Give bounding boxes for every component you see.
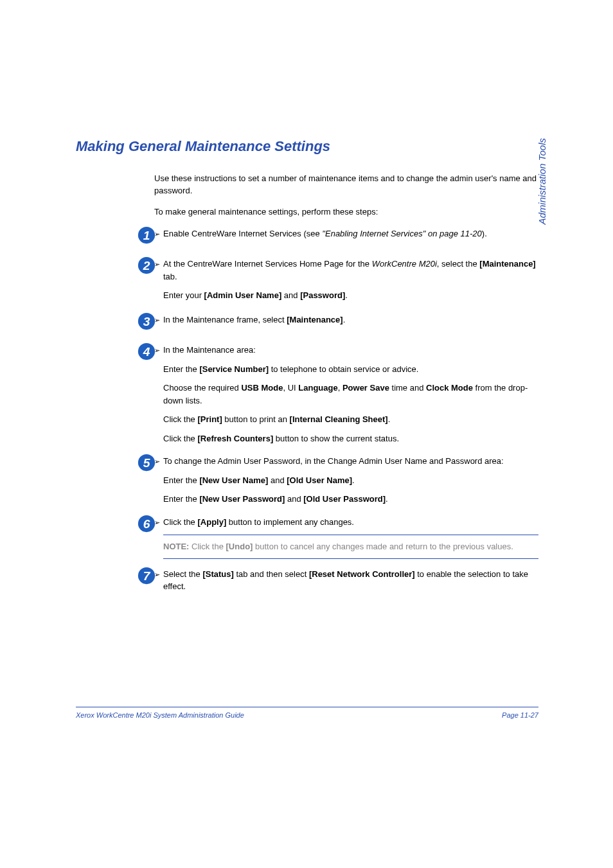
step-1-line: ➢ Enable CentreWare Internet Services (s…	[163, 227, 538, 240]
bullet-arrow-icon: ➢	[154, 456, 160, 467]
text: [Maintenance]	[479, 259, 535, 269]
text: [New User Password]	[199, 494, 285, 504]
text: Click the	[191, 542, 226, 551]
svg-text:2: 2	[143, 259, 150, 272]
text: Language	[298, 383, 337, 393]
text: [Old User Name]	[287, 475, 352, 485]
text: To change the Admin User Password, in th…	[163, 456, 504, 466]
bullet-arrow-icon: ➢	[154, 229, 160, 240]
step-number-1-icon: 1	[138, 226, 155, 244]
text: [Reset Network Controller]	[309, 569, 415, 579]
text: Enter the	[163, 364, 199, 374]
text: [Print]	[197, 414, 222, 424]
step-4-line-1: ➢ In the Maintenance area:	[163, 344, 538, 357]
text: tab and then select	[234, 569, 309, 579]
step-3-line: ➢ In the Maintenance frame, select [Main…	[163, 314, 538, 326]
step-4-line-2: Enter the [Service Number] to telephone …	[163, 363, 538, 376]
footer-doc-title: Xerox WorkCentre M20i System Administrat…	[76, 711, 244, 719]
step-number-5-icon: 5	[138, 454, 155, 472]
text: Choose the required	[163, 383, 241, 393]
step-number-2-icon: 2	[138, 256, 155, 274]
bullet-arrow-icon: ➢	[154, 259, 160, 270]
bullet-arrow-icon: ➢	[154, 315, 160, 326]
text: [Internal Cleaning Sheet]	[290, 414, 388, 424]
text: .	[352, 475, 355, 485]
step-5-line-1: ➢ To change the Admin User Password, in …	[163, 455, 538, 468]
text: WorkCentre M20i	[372, 259, 437, 269]
step-2-line-1: ➢ At the CentreWare Internet Services Ho…	[163, 258, 538, 283]
text: and	[285, 494, 303, 504]
text: button to implement any changes.	[226, 517, 354, 527]
text: .	[345, 290, 348, 300]
bullet-arrow-icon: ➢	[154, 517, 160, 528]
page-footer: Xerox WorkCentre M20i System Administrat…	[76, 707, 538, 719]
text: Click the	[163, 517, 197, 527]
text: At the CentreWare Internet Services Home…	[163, 259, 372, 269]
text: [Status]	[202, 569, 233, 579]
svg-text:3: 3	[143, 315, 150, 328]
text: .	[386, 494, 388, 504]
text: ).	[482, 229, 487, 238]
text: .	[388, 414, 391, 424]
text: ,	[338, 383, 342, 393]
step-number-7-icon: 7	[138, 567, 155, 585]
intro-paragraph-2: To make general maintenance settings, pe…	[154, 206, 538, 218]
text: Enter the	[163, 494, 199, 504]
text: [Undo]	[226, 542, 253, 551]
svg-text:6: 6	[143, 517, 150, 531]
text: , UI	[283, 383, 298, 393]
step-6-line-1: ➢ Click the [Apply] button to implement …	[163, 516, 538, 529]
reference-link[interactable]: "Enabling Internet Services" on page 11-…	[322, 229, 481, 238]
text: Click the	[163, 414, 197, 424]
page-content: Making General Maintenance Settings Use …	[76, 138, 538, 599]
text: and	[268, 475, 287, 485]
text: , select the	[437, 259, 479, 269]
text: [Refresh Counters]	[197, 434, 273, 443]
svg-text:4: 4	[143, 345, 150, 359]
text: Click the	[163, 434, 197, 443]
step-number-4-icon: 4	[138, 342, 155, 360]
step-number-6-icon: 6	[138, 515, 155, 533]
text: Enable CentreWare Internet Services (see	[163, 229, 322, 238]
svg-text:1: 1	[143, 229, 150, 242]
svg-text:5: 5	[143, 456, 150, 470]
text: tab.	[163, 272, 177, 281]
bullet-arrow-icon: ➢	[154, 569, 160, 580]
step-3: 3 ➢ In the Maintenance frame, select [Ma…	[76, 314, 538, 326]
step-4: 4 ➢ In the Maintenance area: Enter the […	[76, 344, 538, 445]
text: button to cancel any changes made and re…	[253, 542, 513, 551]
intro-paragraph-1: Use these instructions to set a number o…	[154, 173, 538, 197]
step-5-line-2: Enter the [New User Name] and [Old User …	[163, 474, 538, 487]
text: Enter the	[163, 475, 199, 485]
text: and	[281, 290, 300, 300]
text: Select the	[163, 569, 202, 579]
text: .	[343, 315, 346, 324]
step-5-line-3: Enter the [New User Password] and [Old U…	[163, 493, 538, 506]
svg-text:7: 7	[143, 569, 151, 583]
step-7: 7 ➢ Select the [Status] tab and then sel…	[76, 568, 538, 593]
step-4-line-5: Click the [Refresh Counters] button to s…	[163, 432, 538, 445]
text: Clock Mode	[426, 383, 473, 393]
step-4-line-3: Choose the required USB Mode, UI Languag…	[163, 382, 538, 407]
text: button to show the current status.	[273, 434, 399, 443]
text: USB Mode	[241, 383, 283, 393]
footer-page-number: Page 11-27	[502, 711, 538, 719]
bullet-arrow-icon: ➢	[154, 345, 160, 356]
text: [Service Number]	[199, 364, 269, 374]
text: [Password]	[300, 290, 345, 300]
step-6: 6 ➢ Click the [Apply] button to implemen…	[76, 516, 538, 559]
section-heading: Making General Maintenance Settings	[76, 138, 538, 155]
text: [Admin User Name]	[204, 290, 282, 300]
text: time and	[389, 383, 426, 393]
text: [Old User Password]	[303, 494, 386, 504]
note-block: NOTE: Click the [Undo] button to cancel …	[163, 535, 538, 559]
text: button to print an	[222, 414, 290, 424]
text: In the Maintenance frame, select	[163, 315, 287, 324]
text: [Apply]	[197, 517, 226, 527]
step-2-line-2: Enter your [Admin User Name] and [Passwo…	[163, 289, 538, 302]
step-2: 2 ➢ At the CentreWare Internet Services …	[76, 258, 538, 302]
text: [New User Name]	[199, 475, 268, 485]
text: Power Save	[342, 383, 389, 393]
text: to telephone to obtain service or advice…	[269, 364, 418, 374]
step-4-line-4: Click the [Print] button to print an [In…	[163, 413, 538, 426]
